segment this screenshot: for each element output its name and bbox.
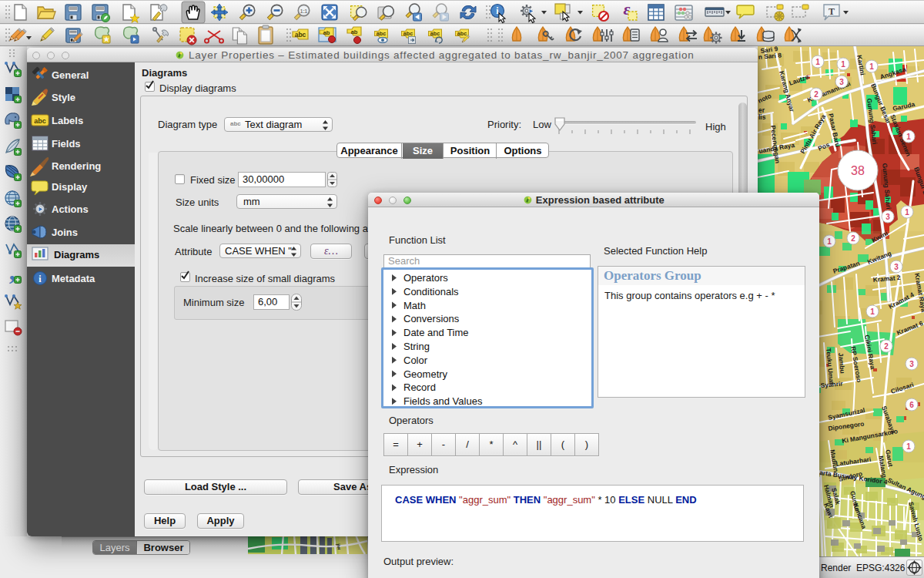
svg-text:38: 38 (851, 164, 865, 177)
svg-text:Date and Time: Date and Time (403, 327, 469, 338)
svg-text:2: 2 (851, 234, 855, 243)
svg-text:Fields and Values: Fields and Values (403, 395, 483, 406)
svg-text:1: 1 (815, 58, 820, 66)
svg-text:String: String (403, 341, 430, 352)
svg-text:T: T (829, 6, 835, 17)
svg-text:Operators: Operators (403, 272, 448, 284)
svg-text:1: 1 (841, 60, 845, 69)
svg-text:3: 3 (909, 360, 914, 368)
svg-text:2: 2 (814, 90, 819, 99)
svg-text:3: 3 (886, 213, 890, 221)
svg-text:Math: Math (403, 300, 426, 311)
svg-text:lis: lis (758, 113, 766, 121)
svg-text:Color: Color (403, 355, 428, 366)
svg-text:1: 1 (827, 237, 832, 246)
svg-text:Conversions: Conversions (403, 313, 460, 324)
svg-text:Geometry: Geometry (403, 368, 448, 380)
svg-text:2: 2 (884, 342, 889, 351)
svg-text:Record: Record (403, 381, 436, 393)
svg-text:1: 1 (870, 307, 875, 316)
svg-text:Conditionals: Conditionals (403, 286, 459, 297)
svg-text:abc: abc (34, 117, 46, 125)
svg-text:1:1: 1:1 (300, 8, 308, 14)
svg-text:3: 3 (894, 263, 899, 271)
svg-text:1: 1 (905, 208, 909, 217)
svg-text:6: 6 (909, 401, 914, 409)
svg-text:3: 3 (839, 78, 844, 86)
svg-text:1: 1 (906, 133, 911, 141)
svg-text:1: 1 (906, 442, 911, 451)
svg-text:1: 1 (869, 62, 874, 71)
